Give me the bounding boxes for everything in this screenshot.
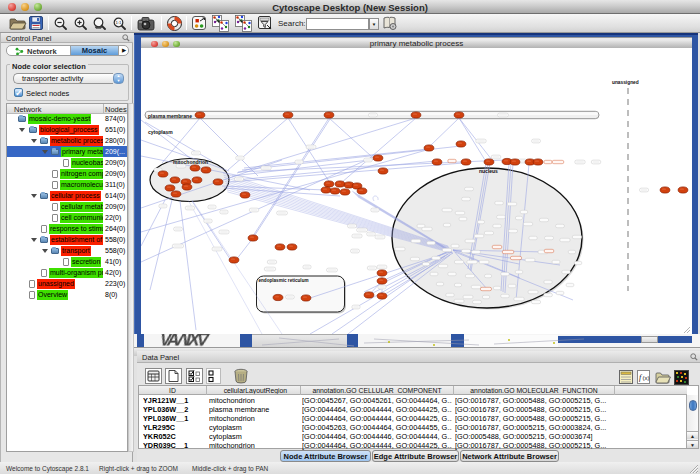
svg-text:plasma membrane: plasma membrane <box>148 113 192 119</box>
svg-text:1:1: 1:1 <box>115 20 122 25</box>
svg-text:cytoplasm: cytoplasm <box>148 129 173 135</box>
svg-text:endoplasmic reticulum: endoplasmic reticulum <box>259 278 309 283</box>
svg-text:unassigned: unassigned <box>612 80 639 85</box>
svg-text:(x): (x) <box>643 375 650 381</box>
svg-text:nucleus: nucleus <box>479 168 498 174</box>
svg-text:mitochondrion: mitochondrion <box>173 159 208 165</box>
